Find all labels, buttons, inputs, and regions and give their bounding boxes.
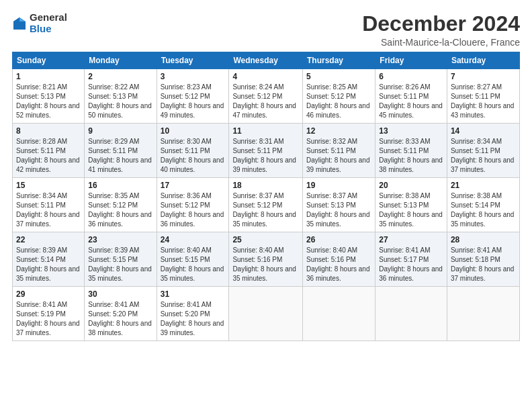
- table-row: 7 Sunrise: 8:27 AMSunset: 5:11 PMDayligh…: [447, 69, 519, 124]
- day-number: 12: [306, 126, 371, 136]
- calendar-table: Sunday Monday Tuesday Wednesday Thursday…: [12, 52, 520, 341]
- day-number: 18: [232, 181, 299, 190]
- day-number: 7: [451, 72, 516, 81]
- day-number: 10: [161, 126, 226, 136]
- day-detail: Sunrise: 8:40 AMSunset: 5:16 PMDaylight:…: [232, 246, 296, 282]
- day-number: 6: [379, 72, 443, 81]
- day-detail: Sunrise: 8:30 AMSunset: 5:11 PMDaylight:…: [161, 138, 224, 173]
- main-title: December 2024: [362, 12, 520, 36]
- table-row: 30 Sunrise: 8:41 AMSunset: 5:20 PMDaylig…: [85, 287, 157, 341]
- table-row: 10 Sunrise: 8:30 AMSunset: 5:11 PMDaylig…: [157, 124, 229, 178]
- day-detail: Sunrise: 8:37 AMSunset: 5:13 PMDaylight:…: [306, 192, 370, 228]
- day-detail: Sunrise: 8:38 AMSunset: 5:13 PMDaylight:…: [379, 192, 443, 228]
- day-detail: Sunrise: 8:22 AMSunset: 5:13 PMDaylight:…: [88, 83, 152, 119]
- table-row: 12 Sunrise: 8:32 AMSunset: 5:11 PMDaylig…: [302, 124, 375, 178]
- table-row: 22 Sunrise: 8:39 AMSunset: 5:14 PMDaylig…: [13, 232, 85, 287]
- day-detail: Sunrise: 8:37 AMSunset: 5:12 PMDaylight:…: [232, 192, 296, 228]
- week-row-2: 8 Sunrise: 8:28 AMSunset: 5:11 PMDayligh…: [13, 124, 520, 178]
- day-number: 1: [16, 72, 81, 81]
- table-row: 26 Sunrise: 8:40 AMSunset: 5:16 PMDaylig…: [302, 232, 375, 287]
- day-number: 17: [161, 181, 226, 190]
- day-detail: Sunrise: 8:39 AMSunset: 5:14 PMDaylight:…: [16, 246, 80, 282]
- table-row: 23 Sunrise: 8:39 AMSunset: 5:15 PMDaylig…: [85, 232, 157, 287]
- day-detail: Sunrise: 8:28 AMSunset: 5:11 PMDaylight:…: [16, 138, 80, 173]
- day-detail: Sunrise: 8:21 AMSunset: 5:13 PMDaylight:…: [16, 83, 80, 119]
- day-detail: Sunrise: 8:40 AMSunset: 5:15 PMDaylight:…: [161, 246, 224, 282]
- day-number: 22: [16, 235, 81, 244]
- logo: General Blue: [12, 12, 67, 34]
- day-number: 4: [232, 72, 299, 81]
- day-number: 21: [451, 181, 516, 190]
- week-row-3: 15 Sunrise: 8:34 AMSunset: 5:11 PMDaylig…: [13, 178, 520, 232]
- subtitle: Saint-Maurice-la-Clouere, France: [362, 37, 520, 48]
- logo-blue-text: Blue: [30, 24, 67, 35]
- col-friday: Friday: [375, 52, 447, 69]
- day-number: 28: [451, 235, 516, 244]
- table-row: 21 Sunrise: 8:38 AMSunset: 5:14 PMDaylig…: [447, 178, 519, 232]
- day-number: 14: [451, 126, 516, 136]
- day-number: 20: [379, 181, 443, 190]
- table-row: [229, 287, 303, 341]
- day-detail: Sunrise: 8:34 AMSunset: 5:11 PMDaylight:…: [16, 192, 80, 228]
- day-number: 25: [232, 235, 299, 244]
- col-thursday: Thursday: [302, 52, 375, 69]
- table-row: 5 Sunrise: 8:25 AMSunset: 5:12 PMDayligh…: [302, 69, 375, 124]
- table-row: 3 Sunrise: 8:23 AMSunset: 5:12 PMDayligh…: [157, 69, 229, 124]
- day-detail: Sunrise: 8:33 AMSunset: 5:11 PMDaylight:…: [379, 138, 443, 173]
- table-row: 6 Sunrise: 8:26 AMSunset: 5:11 PMDayligh…: [375, 69, 447, 124]
- day-number: 16: [88, 181, 152, 190]
- header: General Blue December 2024 Saint-Maurice…: [12, 12, 520, 48]
- logo-text: General Blue: [30, 12, 67, 34]
- table-row: 13 Sunrise: 8:33 AMSunset: 5:11 PMDaylig…: [375, 124, 447, 178]
- day-number: 15: [16, 181, 81, 190]
- day-number: 23: [88, 235, 152, 244]
- day-number: 8: [16, 126, 81, 136]
- table-row: 11 Sunrise: 8:31 AMSunset: 5:11 PMDaylig…: [229, 124, 303, 178]
- day-number: 13: [379, 126, 443, 136]
- day-detail: Sunrise: 8:27 AMSunset: 5:11 PMDaylight:…: [451, 83, 515, 119]
- day-detail: Sunrise: 8:32 AMSunset: 5:11 PMDaylight:…: [306, 138, 370, 173]
- day-detail: Sunrise: 8:39 AMSunset: 5:15 PMDaylight:…: [88, 246, 152, 282]
- header-row: Sunday Monday Tuesday Wednesday Thursday…: [13, 52, 520, 69]
- title-block: December 2024 Saint-Maurice-la-Clouere, …: [362, 12, 520, 48]
- table-row: 25 Sunrise: 8:40 AMSunset: 5:16 PMDaylig…: [229, 232, 303, 287]
- table-row: 9 Sunrise: 8:29 AMSunset: 5:11 PMDayligh…: [85, 124, 157, 178]
- table-row: 14 Sunrise: 8:34 AMSunset: 5:11 PMDaylig…: [447, 124, 519, 178]
- day-number: 30: [88, 289, 152, 299]
- day-number: 19: [306, 181, 371, 190]
- table-row: [375, 287, 447, 341]
- day-detail: Sunrise: 8:31 AMSunset: 5:11 PMDaylight:…: [232, 138, 296, 173]
- day-detail: Sunrise: 8:41 AMSunset: 5:20 PMDaylight:…: [88, 301, 152, 336]
- table-row: 24 Sunrise: 8:40 AMSunset: 5:15 PMDaylig…: [157, 232, 229, 287]
- day-detail: Sunrise: 8:24 AMSunset: 5:12 PMDaylight:…: [232, 83, 296, 119]
- table-row: 1 Sunrise: 8:21 AMSunset: 5:13 PMDayligh…: [13, 69, 85, 124]
- day-detail: Sunrise: 8:23 AMSunset: 5:12 PMDaylight:…: [161, 83, 224, 119]
- day-number: 9: [88, 126, 152, 136]
- day-detail: Sunrise: 8:41 AMSunset: 5:18 PMDaylight:…: [451, 246, 515, 282]
- day-detail: Sunrise: 8:41 AMSunset: 5:19 PMDaylight:…: [16, 301, 80, 336]
- day-detail: Sunrise: 8:25 AMSunset: 5:12 PMDaylight:…: [306, 83, 370, 119]
- week-row-5: 29 Sunrise: 8:41 AMSunset: 5:19 PMDaylig…: [13, 287, 520, 341]
- day-number: 11: [232, 126, 299, 136]
- logo-general-text: General: [30, 12, 67, 24]
- day-detail: Sunrise: 8:26 AMSunset: 5:11 PMDaylight:…: [379, 83, 443, 119]
- table-row: 4 Sunrise: 8:24 AMSunset: 5:12 PMDayligh…: [229, 69, 303, 124]
- day-number: 2: [88, 72, 152, 81]
- day-detail: Sunrise: 8:40 AMSunset: 5:16 PMDaylight:…: [306, 246, 370, 282]
- table-row: 18 Sunrise: 8:37 AMSunset: 5:12 PMDaylig…: [229, 178, 303, 232]
- day-number: 31: [161, 289, 226, 299]
- day-detail: Sunrise: 8:34 AMSunset: 5:11 PMDaylight:…: [451, 138, 515, 173]
- table-row: 31 Sunrise: 8:41 AMSunset: 5:20 PMDaylig…: [157, 287, 229, 341]
- day-number: 27: [379, 235, 443, 244]
- svg-marker-2: [13, 17, 19, 21]
- table-row: 8 Sunrise: 8:28 AMSunset: 5:11 PMDayligh…: [13, 124, 85, 178]
- day-detail: Sunrise: 8:41 AMSunset: 5:20 PMDaylight:…: [161, 301, 224, 336]
- day-number: 5: [306, 72, 371, 81]
- table-row: 17 Sunrise: 8:36 AMSunset: 5:12 PMDaylig…: [157, 178, 229, 232]
- day-detail: Sunrise: 8:35 AMSunset: 5:12 PMDaylight:…: [88, 192, 152, 228]
- table-row: 29 Sunrise: 8:41 AMSunset: 5:19 PMDaylig…: [13, 287, 85, 341]
- week-row-1: 1 Sunrise: 8:21 AMSunset: 5:13 PMDayligh…: [13, 69, 520, 124]
- day-number: 24: [161, 235, 226, 244]
- col-monday: Monday: [85, 52, 157, 69]
- col-tuesday: Tuesday: [157, 52, 229, 69]
